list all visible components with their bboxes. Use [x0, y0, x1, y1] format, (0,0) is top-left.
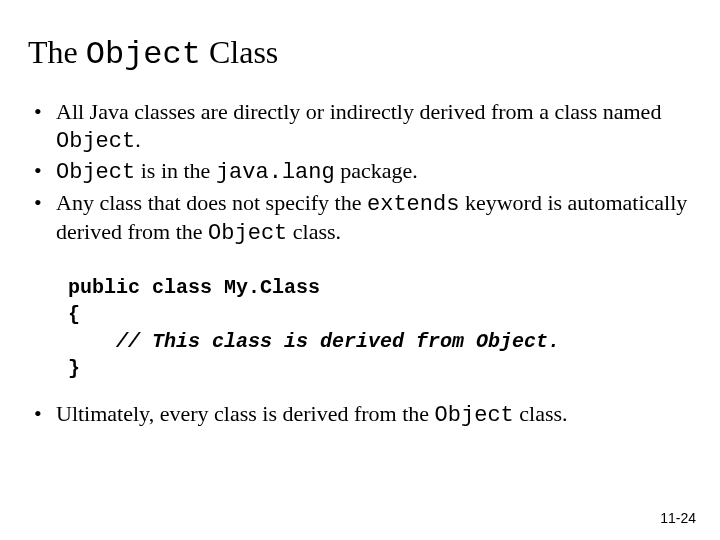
bullet-item: Ultimately, every class is derived from … [56, 400, 692, 430]
text-run: All Java classes are directly or indirec… [56, 99, 661, 124]
bullet-list-bottom: Ultimately, every class is derived from … [28, 400, 692, 430]
code-line: } [68, 357, 80, 380]
code-text: Object [208, 221, 287, 246]
text-run: class. [287, 219, 341, 244]
slide-content: All Java classes are directly or indirec… [28, 98, 692, 431]
slide: The Object Class All Java classes are di… [0, 0, 720, 540]
bullet-list-top: All Java classes are directly or indirec… [28, 98, 692, 248]
title-post: Class [201, 34, 278, 70]
code-text: extends [367, 192, 459, 217]
text-run: Any class that does not specify the [56, 190, 367, 215]
code-text: Object [435, 403, 514, 428]
slide-number: 11-24 [660, 510, 696, 526]
text-run: is in the [135, 158, 216, 183]
text-run: . [135, 127, 141, 152]
code-text: Object [56, 160, 135, 185]
text-run: package. [335, 158, 418, 183]
title-pre: The [28, 34, 86, 70]
code-line: public class My.Class [68, 276, 320, 299]
code-comment-line: // This class is derived from Object. [68, 330, 560, 353]
text-run: Ultimately, every class is derived from … [56, 401, 435, 426]
code-block: public class My.Class { // This class is… [68, 274, 692, 382]
slide-title: The Object Class [28, 34, 278, 73]
text-run: class. [514, 401, 568, 426]
code-text: Object [56, 129, 135, 154]
bullet-item: Any class that does not specify the exte… [56, 189, 692, 248]
title-code: Object [86, 36, 201, 73]
bullet-item: All Java classes are directly or indirec… [56, 98, 692, 155]
bullet-item: Object is in the java.lang package. [56, 157, 692, 187]
code-text: java.lang [216, 160, 335, 185]
code-line: { [68, 303, 80, 326]
